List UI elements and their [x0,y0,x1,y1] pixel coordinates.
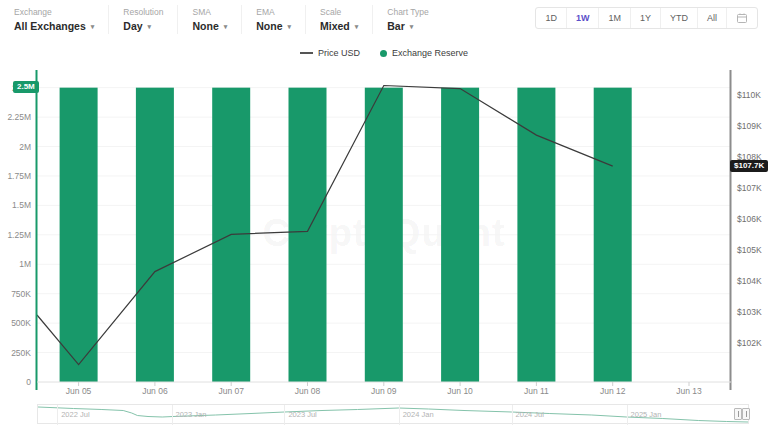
left-axis-tick-label: 1.25M [0,230,31,240]
navigator-date-label: 2024 Jan [403,410,434,419]
control-ema[interactable]: EMANone▾ [256,5,306,34]
reserve-bar[interactable] [136,88,174,382]
calendar-icon [736,12,748,24]
control-exchange[interactable]: ExchangeAll Exchanges▾ [14,5,109,34]
control-label: Exchange [14,7,94,17]
control-value-text: None [256,20,282,32]
right-axis-tick-label: $109K [737,121,762,131]
control-resolution[interactable]: ResolutionDay▾ [123,5,178,34]
watermark: CryptoQuant [262,212,505,255]
navigator-gridline [512,405,513,425]
control-value: All Exchanges▾ [14,20,94,32]
reserve-bar[interactable] [517,88,555,382]
right-axis-tick-label: $107K [737,183,762,193]
range-button-1y[interactable]: 1Y [630,8,660,28]
x-axis-tick-label: Jun 07 [203,386,259,396]
chart-controls: ExchangeAll Exchanges▾ResolutionDay▾SMAN… [14,5,457,34]
legend-item-price-usd[interactable]: Price USD [300,48,360,58]
right-axis-tick-label: $103K [737,307,762,317]
reserve-bar[interactable] [212,88,250,382]
control-label: EMA [256,7,291,17]
control-value-text: Day [123,20,142,32]
control-label: Chart Type [387,7,428,17]
navigator-gridline [57,405,58,425]
x-axis-tick-label: Jun 09 [356,386,412,396]
legend-line-marker-icon [300,52,313,54]
legend-label: Price USD [318,48,360,58]
range-button-ytd[interactable]: YTD [660,8,697,28]
calendar-button[interactable] [726,8,757,28]
x-axis-tick-label: Jun 05 [51,386,107,396]
navigator-date-label: 2025 Jan [631,410,662,419]
navigator-date-label: 2023 Jan [176,410,207,419]
x-axis-tick-label: Jun 13 [661,386,717,396]
navigator-gridline [284,405,285,425]
legend-item-exchange-reserve[interactable]: Exchange Reserve [380,48,468,58]
control-value-text: Bar [387,20,405,32]
navigator-left-handle-icon[interactable] [734,408,742,420]
control-label: SMA [192,7,227,17]
dropdown-caret-icon: ▾ [224,23,228,30]
right-axis-tick-label: $102K [737,338,762,348]
control-value: Bar▾ [387,20,428,32]
right-axis-tick-label: $110K [737,90,761,100]
navigator-date-label: 2024 Jul [516,410,544,419]
dropdown-caret-icon: ▾ [410,23,414,30]
toolbar: ExchangeAll Exchanges▾ResolutionDay▾SMAN… [0,0,768,40]
x-axis-tick-label: Jun 08 [280,386,336,396]
range-button-1d[interactable]: 1D [536,8,566,28]
chart-page: ExchangeAll Exchanges▾ResolutionDay▾SMAN… [0,0,768,432]
control-sma[interactable]: SMANone▾ [192,5,242,34]
price-value-badge: $107.7K [730,160,768,172]
reserve-value-badge: 2.5M [13,81,39,93]
dropdown-caret-icon: ▾ [287,23,291,30]
control-label: Resolution [123,7,163,17]
range-button-1w[interactable]: 1W [566,8,599,28]
control-value-text: None [192,20,218,32]
range-button-1m[interactable]: 1M [598,8,630,28]
navigator[interactable]: 2022 Jul2023 Jan2023 Jul2024 Jan2024 Jul… [37,404,749,424]
legend: Price USDExchange Reserve [0,48,768,58]
left-axis-tick-label: 1.75M [0,171,31,181]
control-value: Mixed▾ [320,20,358,32]
x-axis-tick-label: Jun 11 [508,386,564,396]
navigator-gridline [172,405,173,425]
reserve-bar[interactable] [60,88,98,382]
control-value: None▾ [192,20,227,32]
right-axis-tick-label: $104K [737,276,762,286]
right-axis-tick-label: $106K [737,214,762,224]
left-axis-tick-label: 750K [0,289,31,299]
control-value-text: All Exchanges [14,20,86,32]
navigator-date-label: 2022 Jul [61,410,89,419]
left-axis-tick-label: 0 [0,377,31,387]
control-value: Day▾ [123,20,163,32]
reserve-bar[interactable] [594,88,632,382]
navigator-right-handle-icon[interactable] [742,408,750,420]
x-axis-tick-label: Jun 10 [432,386,488,396]
left-axis-tick-label: 2.25M [0,112,31,122]
x-axis-tick-label: Jun 12 [585,386,641,396]
dropdown-caret-icon: ▾ [148,23,152,30]
range-button-all[interactable]: All [697,8,726,28]
navigator-gridline [627,405,628,425]
control-value: None▾ [256,20,291,32]
control-chart-type[interactable]: Chart TypeBar▾ [387,5,442,34]
navigator-date-label: 2023 Jul [288,410,316,419]
control-label: Scale [320,7,358,17]
left-axis-tick-label: 500K [0,318,31,328]
navigator-gridline [399,405,400,425]
left-axis-tick-label: 1M [0,259,31,269]
control-value-text: Mixed [320,20,350,32]
left-axis-tick-label: 1.5M [0,200,31,210]
dropdown-caret-icon: ▾ [355,23,359,30]
x-axis-tick-label: Jun 06 [127,386,183,396]
right-axis-tick-label: $105K [737,245,762,255]
control-scale[interactable]: ScaleMixed▾ [320,5,373,34]
dropdown-caret-icon: ▾ [91,23,95,30]
left-axis-tick-label: 2M [0,142,31,152]
range-selector: 1D1W1M1YYTDAll [535,7,758,29]
legend-dot-marker-icon [380,50,387,57]
legend-label: Exchange Reserve [392,48,468,58]
left-axis-tick-label: 250K [0,348,31,358]
